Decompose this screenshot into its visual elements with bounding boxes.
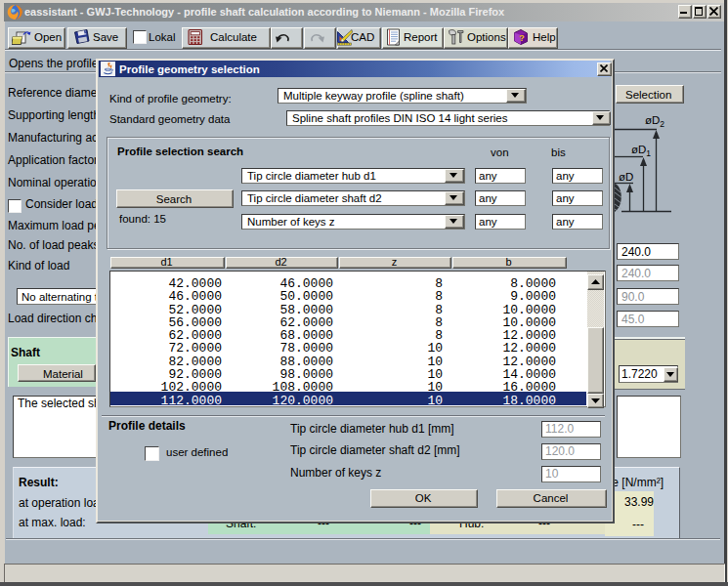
svg-text:?: ? [519,33,525,43]
